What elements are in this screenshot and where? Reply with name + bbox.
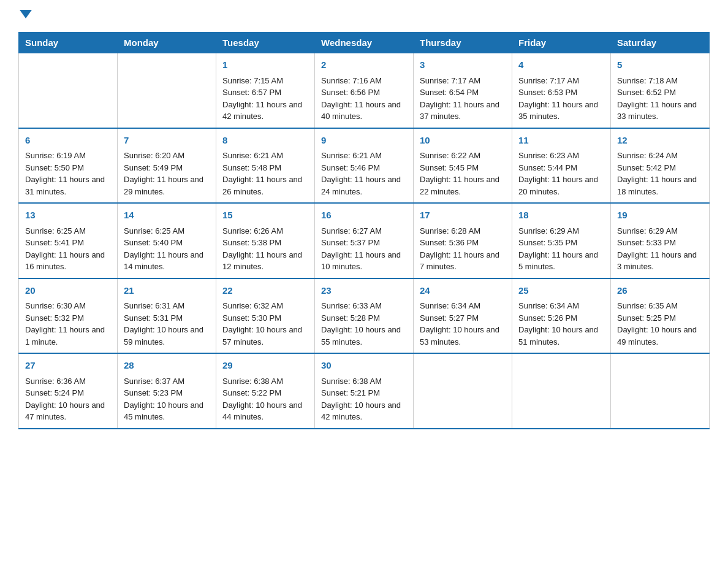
calendar-cell: 8Sunrise: 6:21 AMSunset: 5:48 PMDaylight… bbox=[216, 128, 315, 204]
calendar-header-sunday: Sunday bbox=[19, 33, 118, 53]
calendar-cell bbox=[512, 353, 611, 429]
calendar-cell: 2Sunrise: 7:16 AMSunset: 6:56 PMDaylight… bbox=[315, 53, 414, 128]
day-number: 3 bbox=[420, 58, 506, 72]
calendar-cell bbox=[611, 353, 710, 429]
daylight-text: Daylight: 11 hours and 35 minutes. bbox=[518, 100, 598, 121]
day-number: 11 bbox=[518, 134, 604, 148]
calendar-week-row: 27Sunrise: 6:36 AMSunset: 5:24 PMDayligh… bbox=[19, 353, 710, 429]
calendar-cell: 14Sunrise: 6:25 AMSunset: 5:40 PMDayligh… bbox=[118, 203, 216, 278]
day-number: 28 bbox=[124, 359, 210, 373]
calendar-cell: 17Sunrise: 6:28 AMSunset: 5:36 PMDayligh… bbox=[414, 203, 512, 278]
daylight-text: Daylight: 11 hours and 7 minutes. bbox=[420, 250, 499, 272]
calendar-cell: 3Sunrise: 7:17 AMSunset: 6:54 PMDaylight… bbox=[414, 53, 512, 128]
daylight-text: Daylight: 11 hours and 18 minutes. bbox=[617, 175, 697, 196]
sunset-text: Sunset: 6:52 PM bbox=[617, 88, 676, 97]
calendar-cell: 13Sunrise: 6:25 AMSunset: 5:41 PMDayligh… bbox=[19, 203, 118, 278]
sunset-text: Sunset: 5:31 PM bbox=[124, 313, 183, 323]
day-number: 29 bbox=[222, 359, 308, 373]
sunrise-text: Sunrise: 6:37 AM bbox=[124, 377, 184, 386]
sunset-text: Sunset: 5:41 PM bbox=[25, 238, 84, 247]
day-number: 4 bbox=[518, 58, 604, 72]
sunrise-text: Sunrise: 6:29 AM bbox=[617, 226, 678, 236]
daylight-text: Daylight: 10 hours and 44 minutes. bbox=[222, 400, 302, 422]
calendar-cell: 9Sunrise: 6:21 AMSunset: 5:46 PMDaylight… bbox=[315, 128, 414, 204]
sunset-text: Sunset: 5:30 PM bbox=[222, 313, 281, 323]
daylight-text: Daylight: 11 hours and 12 minutes. bbox=[222, 250, 302, 272]
day-number: 1 bbox=[222, 58, 308, 72]
daylight-text: Daylight: 11 hours and 33 minutes. bbox=[617, 100, 697, 121]
sunset-text: Sunset: 5:24 PM bbox=[25, 388, 84, 397]
sunset-text: Sunset: 5:22 PM bbox=[222, 388, 281, 397]
calendar-cell: 1Sunrise: 7:15 AMSunset: 6:57 PMDaylight… bbox=[216, 53, 315, 128]
calendar-cell bbox=[118, 53, 216, 128]
daylight-text: Daylight: 10 hours and 45 minutes. bbox=[124, 400, 203, 422]
calendar-cell: 23Sunrise: 6:33 AMSunset: 5:28 PMDayligh… bbox=[315, 278, 414, 354]
sunrise-text: Sunrise: 7:16 AM bbox=[321, 76, 382, 85]
day-number: 16 bbox=[321, 209, 407, 223]
daylight-text: Daylight: 11 hours and 22 minutes. bbox=[420, 175, 499, 196]
day-number: 9 bbox=[321, 134, 407, 148]
calendar-week-row: 6Sunrise: 6:19 AMSunset: 5:50 PMDaylight… bbox=[19, 128, 710, 204]
daylight-text: Daylight: 11 hours and 16 minutes. bbox=[25, 250, 105, 272]
sunrise-text: Sunrise: 6:34 AM bbox=[518, 301, 579, 310]
calendar-cell: 22Sunrise: 6:32 AMSunset: 5:30 PMDayligh… bbox=[216, 278, 315, 354]
sunrise-text: Sunrise: 6:26 AM bbox=[222, 226, 283, 236]
daylight-text: Daylight: 10 hours and 42 minutes. bbox=[321, 400, 401, 422]
sunset-text: Sunset: 6:56 PM bbox=[321, 88, 380, 97]
sunrise-text: Sunrise: 6:21 AM bbox=[222, 151, 283, 160]
calendar-cell: 28Sunrise: 6:37 AMSunset: 5:23 PMDayligh… bbox=[118, 353, 216, 429]
day-number: 10 bbox=[420, 134, 506, 148]
sunset-text: Sunset: 5:33 PM bbox=[617, 238, 676, 247]
calendar-cell: 20Sunrise: 6:30 AMSunset: 5:32 PMDayligh… bbox=[19, 278, 118, 354]
sunset-text: Sunset: 5:38 PM bbox=[222, 238, 281, 247]
sunrise-text: Sunrise: 6:20 AM bbox=[124, 151, 184, 160]
day-number: 7 bbox=[124, 134, 210, 148]
calendar-cell: 25Sunrise: 6:34 AMSunset: 5:26 PMDayligh… bbox=[512, 278, 611, 354]
sunset-text: Sunset: 5:49 PM bbox=[124, 163, 183, 172]
day-number: 20 bbox=[25, 284, 111, 298]
daylight-text: Daylight: 11 hours and 10 minutes. bbox=[321, 250, 401, 272]
sunrise-text: Sunrise: 7:17 AM bbox=[420, 76, 480, 85]
daylight-text: Daylight: 10 hours and 55 minutes. bbox=[321, 325, 401, 347]
sunrise-text: Sunrise: 6:36 AM bbox=[25, 377, 86, 386]
sunrise-text: Sunrise: 7:18 AM bbox=[617, 76, 678, 85]
sunrise-text: Sunrise: 6:22 AM bbox=[420, 151, 480, 160]
sunrise-text: Sunrise: 6:38 AM bbox=[222, 377, 283, 386]
calendar-cell: 16Sunrise: 6:27 AMSunset: 5:37 PMDayligh… bbox=[315, 203, 414, 278]
sunrise-text: Sunrise: 6:28 AM bbox=[420, 226, 480, 236]
day-number: 14 bbox=[124, 209, 210, 223]
calendar-cell: 30Sunrise: 6:38 AMSunset: 5:21 PMDayligh… bbox=[315, 353, 414, 429]
daylight-text: Daylight: 10 hours and 51 minutes. bbox=[518, 325, 598, 347]
daylight-text: Daylight: 10 hours and 49 minutes. bbox=[617, 325, 697, 347]
sunset-text: Sunset: 5:37 PM bbox=[321, 238, 380, 247]
daylight-text: Daylight: 11 hours and 40 minutes. bbox=[321, 100, 401, 121]
sunrise-text: Sunrise: 6:25 AM bbox=[25, 226, 86, 236]
daylight-text: Daylight: 10 hours and 57 minutes. bbox=[222, 325, 302, 347]
calendar-header-saturday: Saturday bbox=[611, 33, 710, 53]
daylight-text: Daylight: 10 hours and 59 minutes. bbox=[124, 325, 203, 347]
calendar-header-thursday: Thursday bbox=[414, 33, 512, 53]
day-number: 13 bbox=[25, 209, 111, 223]
calendar-header-row: SundayMondayTuesdayWednesdayThursdayFrid… bbox=[19, 33, 710, 53]
daylight-text: Daylight: 11 hours and 37 minutes. bbox=[420, 100, 499, 121]
calendar-cell: 6Sunrise: 6:19 AMSunset: 5:50 PMDaylight… bbox=[19, 128, 118, 204]
sunrise-text: Sunrise: 6:34 AM bbox=[420, 301, 480, 310]
calendar-week-row: 13Sunrise: 6:25 AMSunset: 5:41 PMDayligh… bbox=[19, 203, 710, 278]
sunrise-text: Sunrise: 6:29 AM bbox=[518, 226, 579, 236]
calendar-cell: 12Sunrise: 6:24 AMSunset: 5:42 PMDayligh… bbox=[611, 128, 710, 204]
sunset-text: Sunset: 5:21 PM bbox=[321, 388, 380, 397]
day-number: 24 bbox=[420, 284, 506, 298]
calendar-cell: 7Sunrise: 6:20 AMSunset: 5:49 PMDaylight… bbox=[118, 128, 216, 204]
sunrise-text: Sunrise: 6:19 AM bbox=[25, 151, 86, 160]
daylight-text: Daylight: 11 hours and 14 minutes. bbox=[124, 250, 203, 272]
sunrise-text: Sunrise: 7:15 AM bbox=[222, 76, 283, 85]
calendar-cell: 19Sunrise: 6:29 AMSunset: 5:33 PMDayligh… bbox=[611, 203, 710, 278]
calendar-cell: 21Sunrise: 6:31 AMSunset: 5:31 PMDayligh… bbox=[118, 278, 216, 354]
daylight-text: Daylight: 11 hours and 26 minutes. bbox=[222, 175, 302, 196]
daylight-text: Daylight: 11 hours and 42 minutes. bbox=[222, 100, 302, 121]
calendar-cell: 11Sunrise: 6:23 AMSunset: 5:44 PMDayligh… bbox=[512, 128, 611, 204]
sunrise-text: Sunrise: 6:38 AM bbox=[321, 377, 382, 386]
day-number: 12 bbox=[617, 134, 703, 148]
calendar-cell: 10Sunrise: 6:22 AMSunset: 5:45 PMDayligh… bbox=[414, 128, 512, 204]
sunset-text: Sunset: 6:54 PM bbox=[420, 88, 479, 97]
